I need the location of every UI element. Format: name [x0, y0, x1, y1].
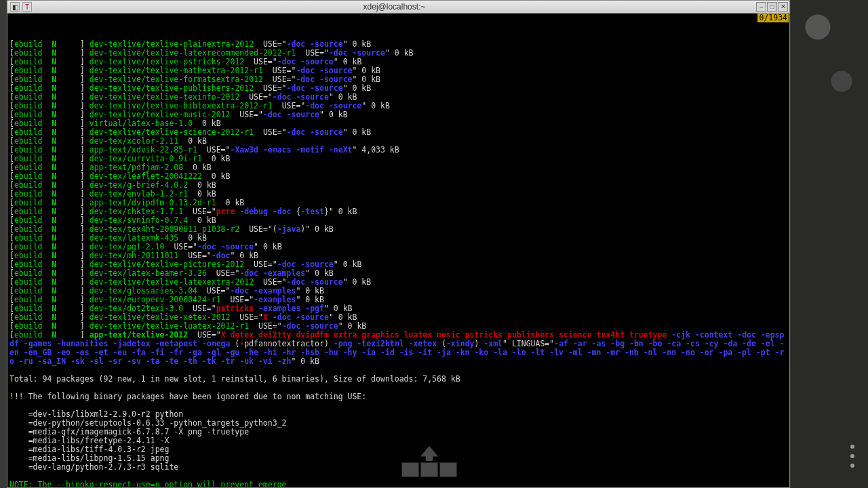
scroll-position-badge: 0/1934	[757, 14, 789, 22]
app-icon-2: T	[22, 2, 32, 12]
window-titlebar[interactable]: ◧ T xdej@localhost:~ – □ ✕	[7, 1, 789, 14]
close-button[interactable]: ✕	[778, 2, 788, 12]
window-title: xdej@localhost:~	[35, 2, 754, 12]
app-icon-1: ◧	[10, 2, 20, 12]
terminal-body[interactable]: 0/1934 [ebuild N ] dev-texlive/texlive-p…	[8, 14, 789, 487]
summary-total: Total: 94 packages (92 new, 1 in new slo…	[9, 375, 787, 384]
minimize-button[interactable]: –	[756, 2, 766, 12]
osd-indicator	[401, 446, 457, 477]
summary-warn: !!! The following binary packages have b…	[9, 392, 787, 401]
note-line: NOTE: The --binpkg-respect-use=n option …	[9, 481, 787, 487]
arrow-up-icon	[420, 446, 438, 461]
maximize-button[interactable]: □	[767, 2, 777, 12]
menu-dots-icon	[850, 445, 854, 468]
ignored-pkg: =dev-lang/python-2.7.3-r3 sqlite	[9, 463, 787, 472]
desktop-background	[791, 0, 868, 488]
terminal-window: ◧ T xdej@localhost:~ – □ ✕ 0/1934 [ebuil…	[7, 0, 790, 488]
emerge-line: [ebuild N ] app-text/texlive-2012 USE="X…	[9, 331, 787, 366]
